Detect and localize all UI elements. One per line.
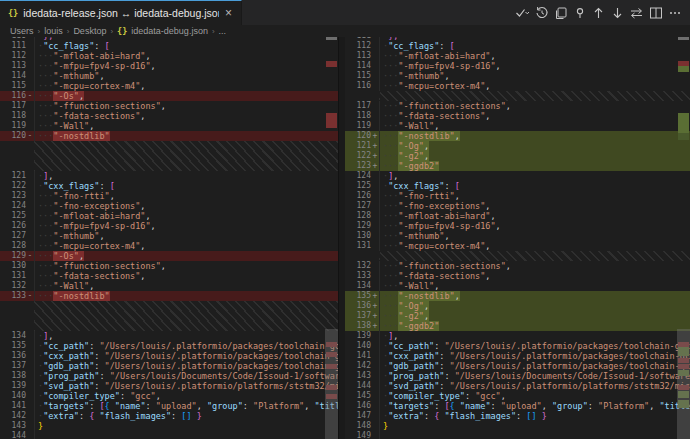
copy-changes-icon[interactable] xyxy=(553,5,568,21)
toggle-whitespace-icon[interactable] xyxy=(572,5,587,21)
code-line: 123+···"-ggdb2" xyxy=(345,161,690,171)
code-line: 138·"prog_path": "/Users/louis/Documents… xyxy=(0,371,338,381)
code-line: 119···"-Wall", xyxy=(0,121,338,131)
code-line: 129···"-mfpu=fpv4-sp-d16", xyxy=(345,221,690,231)
code-line: 135+···"-nostdlib", xyxy=(345,291,690,301)
json-file-icon: {} xyxy=(8,8,18,18)
breadcrumb-item[interactable]: idedata-debug.json xyxy=(131,26,208,36)
code-line: 120-···"-nostdlib" xyxy=(0,131,338,141)
tab-bar: {} idedata-release.json ↔ idedata-debug.… xyxy=(0,0,690,25)
code-line: 132···"-Wall", xyxy=(0,281,338,291)
diff-overview-mark xyxy=(678,133,689,140)
code-line: 132···"-ffunction-sections", xyxy=(345,261,690,271)
chevron-right-icon: › xyxy=(212,27,215,36)
code-line: 133-···"-nostdlib" xyxy=(0,291,338,301)
code-line: 127···"-mthumb", xyxy=(0,231,338,241)
vscode-diff-window: { "window": { "tab": { "icon": "json-ico… xyxy=(0,0,690,439)
code-line: 120+···"-nostdlib", xyxy=(345,131,690,141)
code-line: 142·"gdb_path": "/Users/louis/.platformi… xyxy=(345,361,690,371)
accept-check-icon[interactable] xyxy=(515,5,530,21)
code-line: 125···"-mfloat-abi=hard", xyxy=(0,211,338,221)
code-line: 122·"cxx_flags": [ xyxy=(0,181,338,191)
code-line: 126···"-mfpu=fpv4-sp-d16", xyxy=(0,221,338,231)
code-line: 114···"-mthumb", xyxy=(0,71,338,81)
code-line: 127···"-fno-exceptions", xyxy=(345,201,690,211)
discard-history-icon[interactable] xyxy=(534,5,549,21)
scrollbar-thumb[interactable] xyxy=(677,329,690,439)
code-line: 146·"targets": [{ "name": "upload", "gro… xyxy=(345,401,690,411)
overview-ruler-left xyxy=(325,37,338,439)
code-line: 111·"cc_flags": [ xyxy=(0,41,338,51)
code-line: 137+···"-g2", xyxy=(345,311,690,321)
code-line: 148} xyxy=(345,421,690,431)
pane-sash[interactable] xyxy=(338,37,345,439)
tab-diff-idedata[interactable]: {} idedata-release.json ↔ idedata-debug.… xyxy=(0,0,242,25)
code-line: 112···"-mfloat-abi=hard", xyxy=(0,51,338,61)
chevron-right-icon: › xyxy=(38,27,41,36)
diff-filler-row xyxy=(0,151,338,161)
code-line: 121·], xyxy=(0,171,338,181)
diff-overview-mark xyxy=(678,37,689,40)
code-line: 143} xyxy=(0,421,338,431)
diff-filler-row xyxy=(0,301,338,311)
code-line: 117···"-ffunction-sections", xyxy=(345,101,690,111)
breadcrumb-item[interactable]: Desktop xyxy=(73,26,106,36)
code-line: 137·"gdb_path": "/Users/louis/.platformi… xyxy=(0,361,338,371)
code-line: 136+···"-Og", xyxy=(345,301,690,311)
code-line: 144·"svd_path": "/Users/louis/.platformi… xyxy=(345,381,690,391)
overview-ruler-right xyxy=(677,37,690,439)
code-line: 126···"-fno-rtti", xyxy=(345,191,690,201)
code-line: 136·"cxx_path": "/Users/louis/.platformi… xyxy=(0,351,338,361)
breadcrumb-item[interactable]: ... xyxy=(219,26,227,36)
next-change-icon[interactable] xyxy=(610,5,625,21)
code-line: 125·"cxx_flags": [ xyxy=(345,181,690,191)
diff-overview-mark xyxy=(678,66,689,72)
diff-overview-mark xyxy=(326,113,337,128)
code-line: 147·"extra": { "flash_images": [] } xyxy=(345,411,690,421)
diff-toolbar xyxy=(515,0,690,25)
diff-editor: 110·},111·"cc_flags": [112···"-mfloat-ab… xyxy=(0,37,690,439)
diff-pane-original[interactable]: 110·},111·"cc_flags": [112···"-mfloat-ab… xyxy=(0,37,338,439)
code-line: 113···"-mfpu=fpv4-sp-d16", xyxy=(0,61,338,71)
code-line: 124···"-fno-exceptions", xyxy=(0,201,338,211)
code-line: 114···"-mfpu=fpv4-sp-d16", xyxy=(345,61,690,71)
code-line: 128···"-mcpu=cortex-m4", xyxy=(0,241,338,251)
diff-filler-row xyxy=(0,141,338,151)
scrollbar-thumb[interactable] xyxy=(325,329,338,439)
chevron-right-icon: › xyxy=(110,27,113,36)
code-line: 118···"-fdata-sections", xyxy=(345,111,690,121)
tab-title: idedata-release.json ↔ idedata-debug.jso… xyxy=(23,7,219,19)
code-line: 130···"-mthumb", xyxy=(345,231,690,241)
diff-filler-row xyxy=(0,161,338,171)
more-actions-icon[interactable] xyxy=(667,5,682,21)
diff-overview-mark xyxy=(326,37,337,40)
code-line: 128···"-mfloat-abi=hard", xyxy=(345,211,690,221)
breadcrumb-item[interactable]: louis xyxy=(44,26,63,36)
code-line: 124·], xyxy=(345,171,690,181)
code-line: 112·"cc_flags": [ xyxy=(345,41,690,51)
swap-sides-icon[interactable] xyxy=(629,5,644,21)
diff-filler-row xyxy=(0,321,338,331)
diff-filler-row xyxy=(0,311,338,321)
breadcrumb-item[interactable]: Users xyxy=(10,26,34,36)
diff-filler-row xyxy=(345,251,690,261)
code-line: 123···"-fno-rtti", xyxy=(0,191,338,201)
code-line: 129-···"-Os", xyxy=(0,251,338,261)
code-line: 113···"-mfloat-abi=hard", xyxy=(345,51,690,61)
diff-pane-modified[interactable]: 111·},112·"cc_flags": [113···"-mfloat-ab… xyxy=(345,37,690,439)
previous-change-icon[interactable] xyxy=(591,5,606,21)
code-line: 141·"targets": [{ "name": "upload", "gro… xyxy=(0,401,338,411)
code-line: 139·], xyxy=(345,331,690,341)
code-line: 135·"cc_path": "/Users/louis/.platformio… xyxy=(0,341,338,351)
code-line: 119···"-Wall", xyxy=(345,121,690,131)
code-line: 149 xyxy=(345,431,690,439)
code-line: 144 xyxy=(0,431,338,439)
code-line: 131···"-fdata-sections", xyxy=(0,271,338,281)
split-editor-icon[interactable] xyxy=(648,5,663,21)
code-line: 140·"cc_path": "/Users/louis/.platformio… xyxy=(345,341,690,351)
close-icon[interactable]: × xyxy=(224,6,233,20)
code-line: 130···"-ffunction-sections", xyxy=(0,261,338,271)
breadcrumb: Users›louis›Desktop›{}idedata-debug.json… xyxy=(0,25,690,37)
code-line: 142·"extra": { "flash_images": [] } xyxy=(0,411,338,421)
code-line: 145·"compiler_type": "gcc", xyxy=(345,391,690,401)
